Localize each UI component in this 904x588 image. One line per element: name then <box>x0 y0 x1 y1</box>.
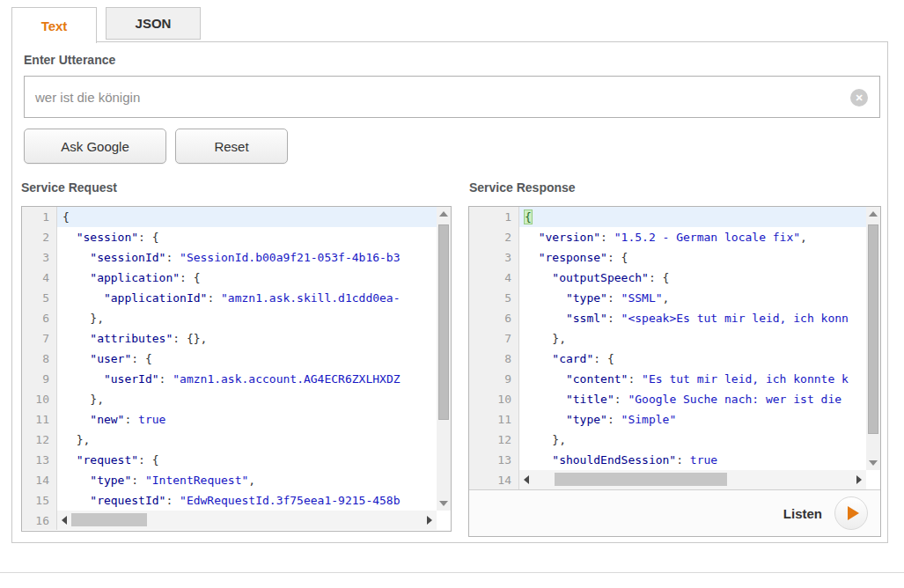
horizontal-scrollbar[interactable] <box>57 511 437 530</box>
listen-bar: Listen <box>469 489 880 536</box>
line-number: 4 <box>469 268 519 288</box>
line-number: 3 <box>469 247 519 268</box>
line-number: 9 <box>469 369 519 389</box>
code-line: 10 }, <box>22 389 451 409</box>
line-number: 14 <box>469 470 519 489</box>
line-number: 12 <box>469 430 519 450</box>
scrollbar-thumb[interactable] <box>868 224 878 434</box>
code-line-text: "applicationId": "amzn1.ask.skill.d1cdd0… <box>57 288 451 308</box>
scrollbar-thumb[interactable] <box>71 513 147 526</box>
code-line-text: { <box>57 207 451 227</box>
line-number: 9 <box>22 369 57 389</box>
code-line: 14 "type": "IntentRequest", <box>22 470 451 490</box>
reset-label: Reset <box>214 139 248 154</box>
ask-google-button[interactable]: Ask Google <box>24 129 166 164</box>
code-line: 5 "type": "SSML", <box>469 288 880 308</box>
horizontal-scrollbar[interactable] <box>519 470 866 489</box>
scrollbar-thumb[interactable] <box>555 473 727 486</box>
code-line-text: "requestId": "EdwRequestId.3f75eea1-9215… <box>57 490 451 511</box>
code-line: 12 }, <box>22 430 451 450</box>
code-line: 15 "requestId": "EdwRequestId.3f75eea1-9… <box>22 490 451 511</box>
scroll-left-arrow-icon[interactable] <box>519 470 533 489</box>
code-line: 16 <box>22 511 451 530</box>
code-line: 2 "version": "1.5.2 - German locale fix"… <box>469 227 880 247</box>
page-divider <box>0 572 904 573</box>
scroll-down-arrow-icon[interactable] <box>866 456 880 470</box>
code-line-text: "ssml": "<speak>Es tut mir leid, ich kon… <box>519 308 880 328</box>
code-line: 1{ <box>22 207 451 227</box>
service-response-code: 1{2 "version": "1.5.2 - German locale fi… <box>469 207 880 489</box>
utterance-input[interactable]: wer ist die königin <box>24 76 880 118</box>
code-line: 3 "response": { <box>469 247 880 268</box>
line-number: 10 <box>469 389 519 409</box>
reset-button[interactable]: Reset <box>175 129 288 164</box>
code-line-text: "title": "Google Suche nach: wer ist die <box>519 389 880 409</box>
code-line: 7 }, <box>469 328 880 349</box>
line-number: 2 <box>22 227 57 247</box>
scroll-up-arrow-icon[interactable] <box>866 207 880 221</box>
line-number: 13 <box>22 450 57 470</box>
code-line: 14 <box>469 470 880 489</box>
listen-play-button[interactable] <box>834 496 868 530</box>
line-number: 7 <box>22 328 57 349</box>
scroll-left-arrow-icon[interactable] <box>57 511 71 530</box>
code-line-text: }, <box>57 389 451 409</box>
tab-text[interactable]: Text <box>11 7 97 43</box>
code-line: 11 "type": "Simple" <box>469 409 880 430</box>
service-response-title: Service Response <box>469 180 576 195</box>
line-number: 11 <box>469 409 519 430</box>
scroll-right-arrow-icon[interactable] <box>852 470 866 489</box>
code-line-text: "card": { <box>519 349 880 369</box>
line-number: 7 <box>469 328 519 349</box>
service-request-code: 1{2 "session": {3 "sessionId": "SessionI… <box>22 207 451 530</box>
code-line-text: { <box>519 207 880 227</box>
code-line-text: "type": "Simple" <box>519 409 880 430</box>
code-line: 4 "application": { <box>22 268 451 288</box>
code-line: 12 }, <box>469 430 880 450</box>
line-number: 13 <box>469 450 519 470</box>
play-icon <box>848 506 859 520</box>
code-line-text: "version": "1.5.2 - German locale fix", <box>519 227 880 247</box>
code-line: 8 "user": { <box>22 349 451 369</box>
code-line: 5 "applicationId": "amzn1.ask.skill.d1cd… <box>22 288 451 308</box>
code-line-text: "shouldEndSession": true <box>519 450 880 470</box>
vertical-scrollbar[interactable] <box>866 207 880 470</box>
code-line-text: "outputSpeech": { <box>519 268 880 288</box>
tab-json-label: JSON <box>136 16 172 31</box>
line-number: 6 <box>22 308 57 328</box>
clear-input-icon[interactable] <box>850 89 868 107</box>
line-number: 8 <box>22 349 57 369</box>
scroll-down-arrow-icon[interactable] <box>437 496 451 511</box>
code-line-text: "new": true <box>57 409 451 430</box>
code-line-text: "response": { <box>519 247 880 268</box>
code-line: 6 }, <box>22 308 451 328</box>
utterance-label: Enter Utterance <box>24 53 115 67</box>
scroll-up-arrow-icon[interactable] <box>437 207 451 221</box>
line-number: 2 <box>469 227 519 247</box>
code-line: 7 "attributes": {}, <box>22 328 451 349</box>
tab-json[interactable]: JSON <box>106 7 201 40</box>
code-line: 13 "shouldEndSession": true <box>469 450 880 470</box>
code-line-text: }, <box>57 308 451 328</box>
code-line: 10 "title": "Google Suche nach: wer ist … <box>469 389 880 409</box>
scrollbar-thumb[interactable] <box>438 224 449 420</box>
code-line-text: "sessionId": "SessionId.b00a9f21-053f-4b… <box>57 247 451 268</box>
code-line-text: "content": "Es tut mir leid, ich konnte … <box>519 369 880 389</box>
line-number: 4 <box>22 268 57 288</box>
line-number: 10 <box>22 389 57 409</box>
scroll-right-arrow-icon[interactable] <box>423 511 437 530</box>
service-response-editor[interactable]: 1{2 "version": "1.5.2 - German locale fi… <box>468 206 881 537</box>
line-number: 5 <box>22 288 57 308</box>
utterance-value: wer ist die königin <box>35 90 140 105</box>
line-number: 1 <box>469 207 519 227</box>
code-line-text: "type": "SSML", <box>519 288 880 308</box>
service-request-title: Service Request <box>21 180 117 195</box>
code-line-text: "application": { <box>57 268 451 288</box>
code-line: 3 "sessionId": "SessionId.b00a9f21-053f-… <box>22 247 451 268</box>
code-line: 1{ <box>469 207 880 227</box>
vertical-scrollbar[interactable] <box>437 207 451 511</box>
code-line-text: }, <box>519 328 880 349</box>
line-number: 8 <box>469 349 519 369</box>
service-request-editor[interactable]: 1{2 "session": {3 "sessionId": "SessionI… <box>21 206 452 532</box>
code-line-text: }, <box>519 430 880 450</box>
